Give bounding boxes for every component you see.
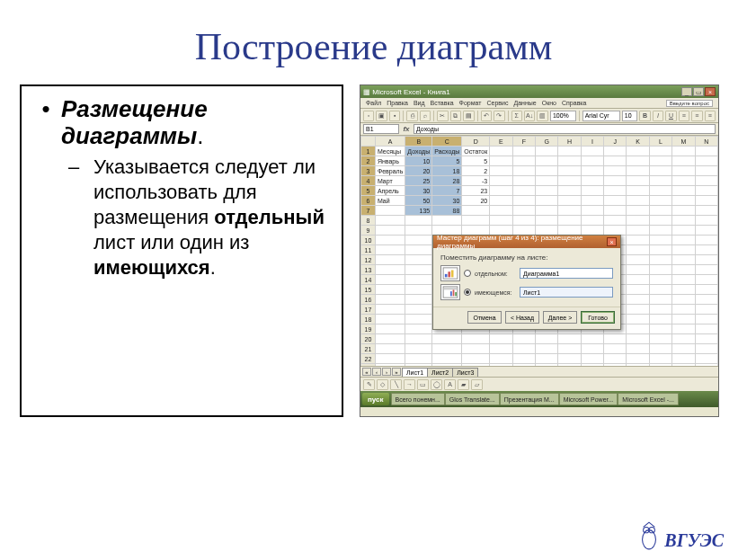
cell[interactable] [490, 344, 512, 354]
cell[interactable]: 88 [432, 206, 462, 216]
cell[interactable] [627, 176, 649, 186]
oval-button[interactable]: ◯ [431, 379, 442, 390]
cell[interactable] [627, 305, 649, 315]
redo-button[interactable]: ↷ [494, 111, 504, 121]
col-header[interactable]: A [375, 137, 405, 147]
start-button[interactable]: пуск [362, 393, 389, 405]
cell[interactable] [695, 206, 717, 216]
cell[interactable] [695, 265, 717, 275]
cell[interactable]: Февраль [375, 166, 405, 176]
cell[interactable] [432, 354, 462, 364]
cell[interactable] [462, 334, 490, 344]
cell[interactable] [672, 255, 695, 265]
row-header[interactable]: 15 [361, 285, 376, 295]
cell[interactable] [512, 186, 535, 196]
fill-color-button[interactable]: ▰ [458, 379, 469, 390]
sort-asc-button[interactable]: A↓ [524, 111, 535, 121]
undo-button[interactable]: ↶ [481, 111, 492, 121]
row-header[interactable]: 4 [361, 176, 376, 186]
taskbar-item[interactable]: Всего понемн... [391, 393, 445, 405]
cell[interactable] [558, 186, 581, 196]
taskbar-item[interactable]: Microsoft Excel -... [618, 393, 679, 405]
cell[interactable] [405, 226, 432, 236]
cell[interactable] [627, 324, 649, 334]
cell[interactable] [672, 186, 695, 196]
cell[interactable] [627, 226, 649, 236]
sheet-tab[interactable]: Лист1 [402, 368, 428, 377]
cell[interactable] [558, 166, 581, 176]
cell[interactable] [649, 245, 671, 255]
cut-button[interactable]: ✂ [437, 111, 448, 121]
cell[interactable] [695, 334, 717, 344]
cell[interactable] [627, 147, 649, 156]
row-header[interactable]: 9 [361, 226, 376, 236]
cell[interactable] [672, 245, 695, 255]
cell[interactable] [672, 285, 695, 295]
col-header[interactable]: L [649, 137, 671, 147]
menu-item[interactable]: Правка [387, 100, 408, 106]
cell[interactable] [604, 226, 627, 236]
row-header[interactable]: 22 [361, 354, 376, 364]
cell[interactable] [462, 344, 490, 354]
cell[interactable] [627, 156, 649, 166]
cell[interactable] [695, 196, 717, 206]
cell[interactable] [627, 354, 649, 364]
cell[interactable] [405, 236, 432, 245]
dialog-close-button[interactable]: × [607, 237, 617, 246]
menu-item[interactable]: Вставка [431, 100, 454, 106]
cell[interactable] [558, 334, 581, 344]
cell[interactable] [695, 315, 717, 324]
cell[interactable] [695, 354, 717, 364]
cell[interactable] [462, 206, 490, 216]
cell[interactable] [627, 236, 649, 245]
col-header[interactable]: C [432, 137, 462, 147]
cell[interactable] [649, 305, 671, 315]
cell[interactable] [405, 295, 432, 305]
cell[interactable] [490, 334, 512, 344]
cell[interactable] [604, 176, 627, 186]
cell[interactable] [649, 196, 671, 206]
new-button[interactable]: ▫ [363, 111, 374, 121]
cell[interactable] [649, 236, 671, 245]
menu-item[interactable]: Формат [459, 100, 482, 106]
cell[interactable] [604, 334, 627, 344]
col-header[interactable]: H [558, 137, 581, 147]
cell[interactable] [649, 344, 671, 354]
cell[interactable] [375, 295, 405, 305]
cell[interactable]: 20 [462, 196, 490, 206]
cell[interactable] [695, 156, 717, 166]
cell[interactable] [695, 166, 717, 176]
cell[interactable]: 2 [462, 166, 490, 176]
save-button[interactable]: ▪ [389, 111, 400, 121]
row-header[interactable]: 5 [361, 186, 376, 196]
name-box[interactable]: B1 [363, 124, 399, 134]
cell[interactable] [536, 176, 558, 186]
cell[interactable] [405, 285, 432, 295]
cell[interactable] [512, 176, 535, 186]
cell[interactable] [604, 216, 627, 226]
align-right-button[interactable]: ≡ [705, 111, 716, 121]
cell[interactable]: -3 [462, 176, 490, 186]
cell[interactable] [695, 275, 717, 285]
cell[interactable] [375, 285, 405, 295]
cell[interactable] [375, 216, 405, 226]
radio-existing[interactable] [464, 289, 471, 296]
cell[interactable] [405, 315, 432, 324]
cell[interactable] [627, 315, 649, 324]
cell[interactable] [375, 305, 405, 315]
cell[interactable] [512, 156, 535, 166]
fontsize-select[interactable]: 10 [622, 111, 637, 121]
cell[interactable] [558, 196, 581, 206]
col-header[interactable]: J [604, 137, 627, 147]
cell[interactable] [405, 354, 432, 364]
cell[interactable] [672, 176, 695, 186]
cell[interactable] [649, 216, 671, 226]
radio-separate[interactable] [464, 270, 471, 277]
cell[interactable] [627, 216, 649, 226]
help-input[interactable]: Введите вопрос [666, 100, 713, 107]
line-color-button[interactable]: ▱ [471, 379, 483, 390]
row-header[interactable]: 21 [361, 344, 376, 354]
cell[interactable] [536, 334, 558, 344]
cell[interactable] [627, 344, 649, 354]
cell[interactable] [512, 166, 535, 176]
